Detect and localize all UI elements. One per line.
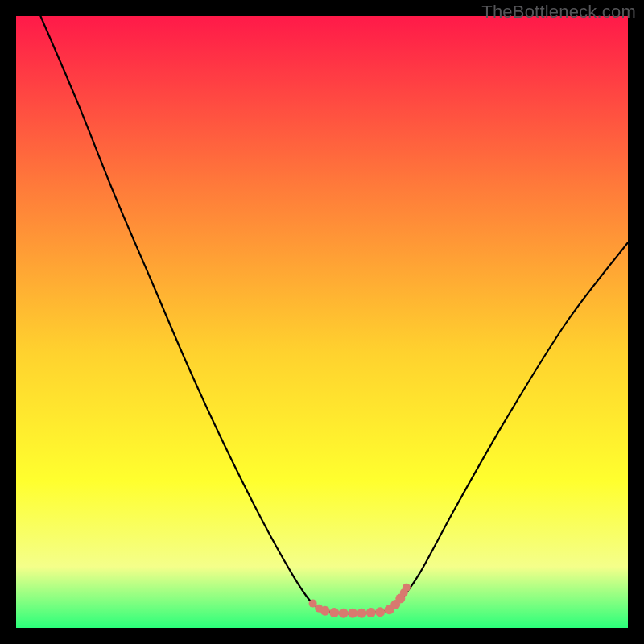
- curve-marker: [348, 609, 357, 618]
- chart-svg: [16, 16, 628, 628]
- curve-marker: [339, 609, 349, 618]
- curve-marker: [357, 609, 366, 618]
- curve-marker: [366, 608, 376, 617]
- chart-frame: TheBottleneck.com: [0, 0, 644, 644]
- curve-marker: [375, 607, 385, 617]
- curve-marker: [320, 606, 330, 616]
- watermark-text: TheBottleneck.com: [481, 2, 636, 23]
- curve-marker: [402, 584, 411, 592]
- gradient-bg: [16, 16, 628, 628]
- plot-area: [16, 16, 628, 628]
- curve-marker: [329, 608, 339, 617]
